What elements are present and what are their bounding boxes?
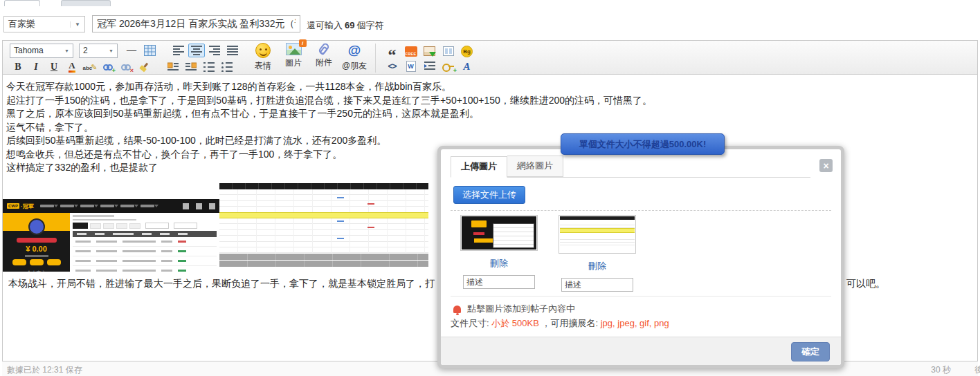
category-select[interactable]: 百家樂 ▼ [3,16,85,32]
free-stamp-icon: FREE [405,46,417,57]
free-resource-button[interactable]: FREE [401,44,420,59]
closing-paragraph-tail: 可以吧。 [846,278,885,290]
horizontal-rule-button[interactable]: — [123,44,140,57]
image-badge-icon: i [299,39,307,47]
at-icon: @ [348,43,361,58]
insert-image-button[interactable]: i 圖片 [278,43,309,73]
image-float-right-button[interactable] [183,60,199,74]
insert-gallery-image-button[interactable] [420,44,439,59]
align-center-icon [191,46,202,55]
paste-word-button[interactable]: W [401,59,420,74]
choose-file-button[interactable]: 选择文件上传 [453,186,525,204]
image-float-left-button[interactable] [165,60,181,74]
post-paragraph: 黑了之后，原本应该回到50基码重新起缆，但有点不甘心，于是直接干了一手250元的… [6,107,652,121]
post-paragraph: 今天在冠军存款1000元，参加再存活动，昨天到账了128的首存彩金，一共1128… [6,80,652,94]
confirm-button[interactable]: 確定 [791,342,830,361]
highlighted-row [219,212,428,218]
casino-nav-icons [183,203,215,209]
spellcheck-pencil-icon: abc [82,63,97,72]
delete-link[interactable]: 刪除 [490,257,508,270]
font-size-select[interactable]: 2 ▼ [79,44,118,58]
insert-link-button[interactable]: + [100,60,116,74]
bullet-list-button[interactable] [219,60,235,74]
remove-link-button[interactable]: × [118,60,134,74]
delete-link[interactable]: 刪除 [588,260,606,272]
betting-table-rows [219,189,428,253]
balance-amount: ¥ 0.00 [3,245,70,253]
thumbnail-table[interactable] [559,215,636,254]
image-float-right-icon [185,62,197,72]
close-button[interactable]: × [819,159,833,172]
ordered-list-button[interactable] [201,60,217,74]
editor-mode-tab-active[interactable] [4,0,40,6]
blue-a-icon: A [463,61,470,73]
ordered-list-icon [203,62,215,72]
spellcheck-button[interactable]: abc [82,60,98,74]
font-family-select[interactable]: Tahoma ▼ [10,44,73,58]
underline-button[interactable]: U [46,60,62,74]
emoji-button[interactable]: 表情 [248,43,278,73]
columns-layout-button[interactable] [439,44,457,59]
close-icon: × [823,160,828,171]
columns-icon [443,46,454,56]
attachment-button[interactable]: 附件 [309,43,339,73]
description-input[interactable] [561,278,633,292]
password-content-button[interactable]: + [439,59,457,74]
file-size-tooltip: 單個文件大小不得超過500.00K! [561,133,725,155]
bold-button[interactable]: B [10,60,26,74]
autosave-countdown-clipped: 後 [974,364,980,376]
chars-remaining-hint: 還可輸入69個字符 [307,19,383,32]
betting-table-footer [219,254,428,260]
thumbnail-casino[interactable] [460,215,538,251]
mention-friend-button[interactable]: @ @朋友 [339,43,370,73]
toolbar-separator [375,44,376,73]
tab-upload-image[interactable]: 上傳圖片 [451,156,507,178]
image-upload-dialog: 上傳圖片 網絡圖片 × 选择文件上传 刪除 刪除 點擊圖片添加到帖子內容中 文件… [437,146,844,368]
brush-icon [138,62,149,73]
category-select-value: 百家樂 [8,18,35,30]
code-button[interactable]: <> [383,59,401,74]
align-right-button[interactable] [206,44,223,57]
indent-button[interactable] [420,59,439,74]
align-left-button[interactable] [170,44,187,57]
dashed-divider [451,210,831,211]
align-center-button[interactable] [188,44,205,57]
align-justify-icon [227,46,238,55]
bold-icon: B [15,62,21,73]
clear-format-button[interactable] [136,60,152,74]
attachment-label: 附件 [316,57,332,68]
description-input[interactable] [463,275,535,289]
bell-icon [453,306,461,313]
allowed-extensions: jpg, jpeg, gif, png [601,318,669,328]
blockquote-button[interactable]: “ [383,44,401,59]
italic-button[interactable]: I [28,60,44,74]
paperclip-icon [318,42,330,56]
wallet-buttons [3,259,70,265]
align-justify-button[interactable] [224,44,241,57]
avatar [28,218,45,235]
chevron-down-icon: ▼ [105,48,114,53]
image-download-icon [424,46,435,56]
font-style-button[interactable]: A [457,59,476,74]
chevron-down-icon: ▼ [61,48,69,53]
title-input[interactable] [92,15,300,32]
font-color-icon: A [69,62,75,73]
insert-table-button[interactable] [141,44,158,57]
code-icon: <> [388,62,396,71]
embedded-image-betting-table[interactable] [219,183,428,272]
upload-dialog-tabs: 上傳圖片 網絡圖片 [451,158,810,178]
smiley-icon [255,43,271,58]
casino-logo: CWP ·冠軍 [7,203,34,210]
size-limit: 小於 500KB [491,318,539,328]
underline-icon: U [51,62,57,73]
chars-remaining-count: 69 [343,20,356,30]
tab-network-image[interactable]: 網絡圖片 [507,156,563,177]
editor-toolbar: Tahoma ▼ 2 ▼ — [2,40,978,75]
font-color-button[interactable]: A [64,60,80,74]
emoji-button-label: 表情 [255,60,271,72]
background-color-button[interactable]: Bg [457,44,476,59]
dialog-footer: 確定 [441,337,841,365]
thumbnail-casino-preview [462,216,536,250]
editor-mode-tab-inactive[interactable] [61,0,111,6]
embedded-image-casino-dashboard[interactable]: CWP ·冠軍 ¥ 0.00 个人中心 [3,199,219,272]
